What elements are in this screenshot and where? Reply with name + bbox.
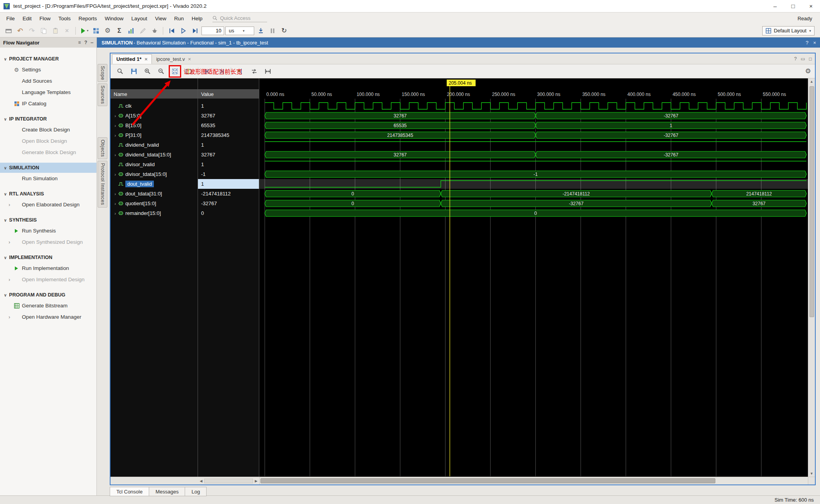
signal-row-value-divisor-tvalid[interactable]: 1 [198, 160, 259, 169]
flow-section-implementation[interactable]: ∨IMPLEMENTATION [0, 252, 96, 263]
menu-help[interactable]: Help [188, 14, 207, 23]
signal-row-value-dout-tvalid[interactable]: 1 [198, 179, 259, 189]
signal-row-name-divisor-tdata-15-0[interactable]: ›divisor_tdata[15:0] [111, 169, 198, 179]
wave-titlebar-icon-2[interactable]: □ [809, 56, 812, 62]
vertical-scrollbar[interactable]: ▲ ▼ [808, 78, 815, 477]
sim-time-input[interactable] [201, 27, 224, 35]
run-icon[interactable]: ▾ [79, 26, 89, 36]
menu-edit[interactable]: Edit [19, 14, 36, 23]
flow-section-ip-integrator[interactable]: ∨IP INTEGRATOR [0, 114, 96, 124]
flow-header-icon-1[interactable]: ? [84, 40, 87, 45]
close-button[interactable]: × [802, 0, 820, 12]
zoom-out-icon[interactable] [156, 66, 166, 76]
pause-icon[interactable] [267, 26, 278, 36]
add-marker-icon[interactable] [235, 66, 246, 76]
name-hscroll-track[interactable] [204, 479, 253, 483]
menu-tools[interactable]: Tools [55, 14, 75, 23]
close-icon[interactable]: × [813, 40, 816, 46]
flow-item-open-hardware-manager[interactable]: ›Open Hardware Manager [0, 311, 96, 323]
flow-item-open-implemented-design[interactable]: ›Open Implemented Design [0, 274, 96, 285]
report-icon[interactable] [126, 26, 136, 36]
sum-icon[interactable]: Σ [114, 26, 125, 36]
flow-header-icon-2[interactable]: ‒ [91, 40, 93, 45]
wave-hscroll-thumb[interactable] [260, 478, 715, 483]
flow-item-generate-block-design[interactable]: Generate Block Design [0, 147, 96, 158]
delete-icon[interactable]: × [62, 26, 72, 36]
paste-icon[interactable] [50, 26, 61, 36]
side-tab-scope[interactable]: Scope [98, 64, 107, 82]
zoom-fit-icon[interactable] [170, 66, 180, 76]
console-tab-tcl-console[interactable]: Tcl Console [110, 487, 149, 496]
undo-icon[interactable]: ↶ [15, 26, 25, 36]
flow-item-run-implementation[interactable]: Run Implementation [0, 263, 96, 274]
wave-hscroll-track[interactable] [260, 477, 808, 484]
flow-item-open-block-design[interactable]: Open Block Design [0, 135, 96, 147]
scroll-left-icon[interactable]: ◀ [198, 479, 204, 483]
signal-row-name-a-15-0[interactable]: ›A[15:0] [111, 111, 198, 121]
menu-view[interactable]: View [151, 14, 170, 23]
flow-header-icon-0[interactable]: ≡ [78, 40, 81, 45]
layout-select[interactable]: Default Layout ▾ [762, 26, 815, 35]
time-unit-select[interactable]: us ▾ [225, 27, 254, 35]
flow-item-language-templates[interactable]: Language Templates [0, 87, 96, 98]
project-icon[interactable] [3, 26, 14, 36]
next-transition-icon[interactable] [216, 66, 226, 76]
flow-section-synthesis[interactable]: ∨SYNTHESIS [0, 215, 96, 225]
flow-section-simulation[interactable]: ∨SIMULATION [0, 163, 96, 173]
console-tab-messages[interactable]: Messages [149, 487, 185, 496]
signal-row-name-dout-tvalid[interactable]: dout_tvalid [111, 179, 198, 189]
scrollbar-thumb[interactable] [809, 86, 814, 317]
prev-transition-icon[interactable] [203, 66, 213, 76]
relaunch-icon[interactable]: ↻ [279, 26, 289, 36]
zoom-cursor-icon[interactable] [184, 66, 194, 76]
signal-row-value-dividend-tvalid[interactable]: 1 [198, 140, 259, 150]
expand-arrow-icon[interactable]: › [112, 153, 118, 157]
expand-arrow-icon[interactable]: › [112, 172, 118, 177]
debug-icon[interactable] [149, 26, 160, 36]
copy-icon[interactable] [38, 26, 49, 36]
side-tab-sources[interactable]: Sources [98, 83, 107, 106]
scroll-up-icon[interactable]: ▲ [810, 78, 813, 85]
signal-row-value-quotient-15-0[interactable]: -32767 [198, 199, 259, 208]
flow-item-ip-catalog[interactable]: IP Catalog [0, 98, 96, 109]
step-icon[interactable] [190, 26, 200, 36]
flow-item-run-simulation[interactable]: Run Simulation [0, 173, 96, 184]
run-all-icon[interactable] [178, 26, 189, 36]
signal-row-name-p-31-0[interactable]: ›P[31:0] [111, 130, 198, 140]
close-icon[interactable]: × [188, 56, 191, 62]
signal-row-value-a-15-0[interactable]: 32767 [198, 111, 259, 121]
minimize-button[interactable]: – [766, 0, 784, 12]
expand-arrow-icon[interactable]: › [112, 211, 118, 216]
flow-item-run-synthesis[interactable]: Run Synthesis [0, 225, 96, 236]
signal-row-value-divisor-tdata-15-0[interactable]: -1 [198, 169, 259, 179]
menu-run[interactable]: Run [170, 14, 188, 23]
signal-row-value-p-31-0[interactable]: 2147385345 [198, 130, 259, 140]
settings-gear-icon[interactable]: ⚙ [102, 26, 113, 36]
menu-file[interactable]: File [2, 14, 19, 23]
doc-tab-ipcore-test-v[interactable]: ipcore_test.v× [152, 54, 195, 64]
expand-arrow-icon[interactable]: › [112, 201, 118, 206]
signal-row-name-dividend-tdata-15-0[interactable]: ›dividend_tdata[15:0] [111, 150, 198, 160]
name-column-header[interactable]: Name [111, 89, 198, 99]
waveform-settings-gear-icon[interactable]: ⚙ [805, 67, 811, 75]
wave-titlebar-icon-1[interactable]: ▭ [800, 56, 805, 62]
fit-width-icon[interactable] [263, 66, 273, 76]
signal-row-name-dividend-tvalid[interactable]: dividend_tvalid [111, 140, 198, 150]
signal-row-name-clk[interactable]: clk [111, 101, 198, 111]
flow-section-project-manager[interactable]: ∨PROJECT MANAGER [0, 54, 96, 64]
scroll-down-icon[interactable]: ▼ [810, 470, 813, 477]
wave-titlebar-icon-0[interactable]: ? [794, 56, 797, 62]
quick-access-search[interactable]: Quick Access [212, 14, 267, 22]
flow-item-add-sources[interactable]: Add Sources [0, 75, 96, 87]
signal-row-name-dout-tdata-31-0[interactable]: ›dout_tdata[31:0] [111, 189, 198, 199]
scroll-right-icon[interactable]: ▶ [253, 479, 259, 483]
expand-arrow-icon[interactable]: › [112, 133, 118, 138]
menu-flow[interactable]: Flow [36, 14, 55, 23]
flow-item-generate-bitstream[interactable]: Generate Bitstream [0, 300, 96, 311]
signal-row-name-remainder-15-0[interactable]: ›remainder[15:0] [111, 208, 198, 218]
signal-row-value-b-15-0[interactable]: 65535 [198, 121, 259, 130]
doc-tab-untitled-1[interactable]: Untitled 1*× [112, 54, 152, 64]
pen-icon[interactable] [137, 26, 148, 36]
flow-item-open-elaborated-design[interactable]: ›Open Elaborated Design [0, 199, 96, 210]
flow-section-program-and-debug[interactable]: ∨PROGRAM AND DEBUG [0, 290, 96, 300]
